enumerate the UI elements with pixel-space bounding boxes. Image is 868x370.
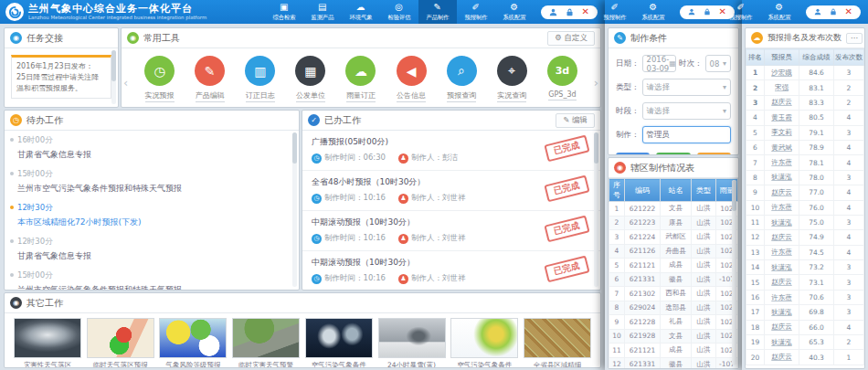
- done-item[interactable]: 广播预报(05时00分)◷制作时间：06:30♟制作人：彭洁已完成: [302, 131, 600, 171]
- tool-cloud[interactable]: ☁雨量订正: [345, 56, 376, 102]
- todo-item[interactable]: 15时00分兰州市空气污染气象条件预报和特殊天气预报: [5, 164, 299, 198]
- table-row[interactable]: 8狄潇泓78.03: [746, 170, 864, 185]
- carousel-left-icon[interactable]: ‹: [123, 76, 128, 90]
- table-row[interactable]: 16许东蓓70.63: [746, 290, 864, 304]
- scrollbar[interactable]: [732, 180, 736, 365]
- make-button[interactable]: ✎ 制作: [616, 153, 650, 155]
- nav-item-gear[interactable]: ⚙系统配置: [760, 0, 799, 24]
- todo-item[interactable]: 12时30分甘肃省气象信息专报: [5, 232, 299, 266]
- date-input[interactable]: 2016-03-09▦: [642, 55, 677, 72]
- other-work-item[interactable]: 24小时暴雪(蓝) 落区预报: [378, 318, 446, 368]
- todo-item[interactable]: 12时30分本市区域精细化72小时预报(下发): [5, 198, 299, 232]
- nav-item-grid[interactable]: ▤监测产品: [303, 0, 342, 24]
- table-row[interactable]: 1621222文县山洪102: [609, 202, 738, 217]
- table-row[interactable]: 14狄潇泓73.23: [746, 260, 864, 275]
- table-row[interactable]: 12621331徽县山洪-107: [609, 357, 738, 369]
- lock-icon[interactable]: [704, 8, 711, 16]
- table-row[interactable]: 11621121成县山洪102: [609, 344, 738, 358]
- tool-3d[interactable]: 3dGPS_3d: [547, 56, 577, 100]
- export-button[interactable]: ⇗ 导出: [697, 153, 731, 155]
- tool-search[interactable]: ⌕预报查询: [447, 56, 477, 102]
- tool-speaker[interactable]: ◀公告信息: [397, 56, 427, 102]
- table-row[interactable]: 11狄潇泓75.03: [746, 215, 864, 229]
- table-row[interactable]: 9赵庆云77.04: [746, 185, 864, 200]
- table-row[interactable]: 17狄潇泓69.83: [746, 305, 864, 320]
- user-icon[interactable]: [814, 8, 821, 16]
- other-work-item[interactable]: 临时灾害天气预警: [232, 318, 300, 368]
- type-select[interactable]: 请选择▾: [642, 79, 732, 96]
- done-person: ♟制作人：彭洁: [398, 153, 458, 164]
- lock-icon[interactable]: [566, 8, 574, 16]
- done-item[interactable]: 中期滚动预报（10时30分）◷制作时间：10:16♟制作人：刘世祥已完成: [302, 211, 600, 251]
- lock-icon[interactable]: [830, 8, 837, 16]
- save-button[interactable]: ▣ 保存: [656, 153, 690, 155]
- todo-item[interactable]: 15时00分兰州市空气污染气象条件预报和特殊天气预报: [5, 266, 299, 291]
- tool-clock[interactable]: ◷实况预报: [144, 56, 175, 102]
- tool-chat[interactable]: ▥订正日志: [245, 56, 275, 102]
- nav-item-edit-doc[interactable]: ✐预报制作: [722, 0, 760, 24]
- todo-item[interactable]: 16时00分甘肃省气象信息专报: [5, 131, 299, 164]
- scrollbar[interactable]: [594, 132, 598, 287]
- nav-item-cloud[interactable]: ☁环境气象: [342, 0, 380, 24]
- edit-button[interactable]: ✎ 编辑: [556, 113, 595, 128]
- period-select[interactable]: 请选择▾: [642, 102, 732, 120]
- nav-item-edit-square[interactable]: ✎产品制作: [418, 0, 457, 24]
- table-row[interactable]: 19狄潇泓65.32: [746, 335, 864, 350]
- table-row[interactable]: 18赵庆云66.04: [746, 320, 864, 334]
- table-row[interactable]: 6黄武斌78.94: [746, 140, 864, 154]
- table-row[interactable]: 20赵庆云40.31: [746, 350, 864, 365]
- tool-edit[interactable]: ✎产品编辑: [195, 56, 225, 102]
- done-item[interactable]: 全省48小时预报（10时30分）◷制作时间：10:16♟制作人：刘世祥已完成: [302, 171, 600, 211]
- other-work-item[interactable]: 全省县区域精细 化时预报: [524, 318, 591, 368]
- thumbnail-caption: 24小时暴雪(蓝) 落区预报: [387, 361, 436, 368]
- close-icon[interactable]: ✕: [845, 7, 852, 16]
- table-row[interactable]: 5李文莉79.13: [746, 125, 864, 140]
- user-icon[interactable]: [549, 8, 557, 16]
- table-row[interactable]: 3621224武都区山洪102: [609, 230, 738, 245]
- other-work-item[interactable]: 气象风险等级预报: [159, 318, 227, 368]
- nav-item-gear[interactable]: ⚙系统配置: [495, 0, 534, 24]
- done-item[interactable]: 中期滚动预报（10时30分）◷制作时间：10:16♟制作人：刘世祥已完成: [302, 251, 600, 291]
- table-cell: 6: [746, 140, 765, 154]
- table-row[interactable]: 13许东蓓74.54: [746, 245, 864, 259]
- nav-item-edit-doc[interactable]: ✐预报制作: [596, 0, 634, 24]
- user-icon[interactable]: [688, 8, 695, 16]
- table-row[interactable]: 5621121成县山洪102: [609, 259, 738, 273]
- panel-menu-button[interactable]: ···: [846, 33, 863, 44]
- table-row[interactable]: 2621223康县山洪102: [609, 216, 738, 230]
- nav-item-monitor[interactable]: ▣综合检索: [265, 0, 303, 24]
- tool-building[interactable]: ▦公发单位: [295, 56, 325, 102]
- table-row[interactable]: 10许东蓓76.04: [746, 200, 864, 215]
- table-row[interactable]: 3赵庆云83.32: [746, 95, 864, 110]
- nav-item-badge[interactable]: ◎检验评估: [380, 0, 418, 24]
- nav-item-gear[interactable]: ⚙系统配置: [634, 0, 672, 24]
- table-row[interactable]: 10621928文县山洪102: [609, 329, 738, 344]
- other-work-item[interactable]: 临时天气落区预报: [87, 318, 154, 368]
- hour-select[interactable]: 08▾: [705, 55, 731, 72]
- table-row[interactable]: 1沙宏娥84.63: [746, 66, 864, 80]
- other-work-item[interactable]: 灾害性天气落区: [14, 318, 81, 368]
- scrollbar[interactable]: [111, 50, 116, 104]
- scrollbar[interactable]: [292, 132, 297, 287]
- tool-car-search[interactable]: ⌖实况查询: [497, 56, 527, 102]
- nav-item-edit-doc[interactable]: ✐预报制作: [457, 0, 495, 24]
- carousel-right-icon[interactable]: ›: [594, 76, 598, 90]
- table-row[interactable]: 7许东蓓78.14: [746, 155, 864, 170]
- customize-button[interactable]: ⚙ 自定义: [547, 31, 595, 46]
- table-row[interactable]: 6621331徽县山洪-107: [609, 272, 738, 287]
- table-row[interactable]: 4621126舟曲县山洪102: [609, 244, 738, 259]
- other-work-item[interactable]: 空气污染气象条件 等级预报: [305, 318, 373, 368]
- table-row[interactable]: 8629024迭部县山洪102: [609, 301, 738, 315]
- table-cell: 4: [834, 111, 864, 125]
- table-row[interactable]: 12赵庆云74.94: [746, 230, 864, 245]
- table-row[interactable]: 15赵庆云73.13: [746, 275, 864, 290]
- handover-notice[interactable]: 2016年1月23日发布： 25日降雪过程中请关注降温和积雪预报服务。: [11, 55, 111, 99]
- close-icon[interactable]: ✕: [582, 7, 589, 16]
- table-row[interactable]: 2宋强83.12: [746, 80, 864, 95]
- maker-input[interactable]: 管理员: [642, 126, 732, 143]
- table-cell: 宋强: [765, 80, 799, 95]
- table-row[interactable]: 4黄玉霞80.54: [746, 111, 864, 125]
- table-row[interactable]: 9621228礼县山洪102: [609, 315, 738, 330]
- table-row[interactable]: 7621302西和县山洪102: [609, 287, 738, 301]
- other-work-item[interactable]: 空气污染气象条件 指导预报(国家): [450, 318, 518, 368]
